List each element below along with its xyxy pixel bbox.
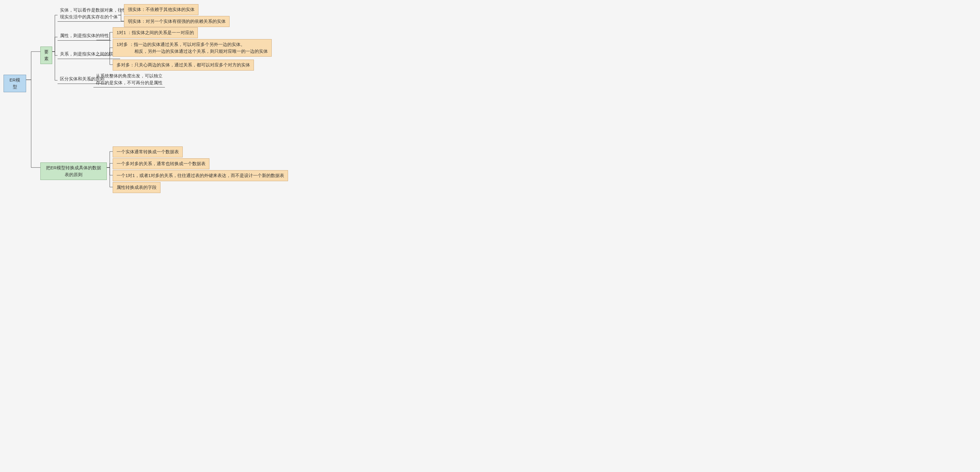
leaf-rule-2[interactable]: 一个多对多的关系，通常也转换成一个数据表 <box>113 158 209 169</box>
leaf-one-to-many[interactable]: 1对多 ：指一边的实体通过关系，可以对应多个另外一边的实体。 相反，另外一边的实… <box>113 39 272 57</box>
node-elements[interactable]: 要素 <box>40 46 52 64</box>
leaf-rule-1[interactable]: 一个实体通常转换成一个数据表 <box>113 146 183 157</box>
leaf-rule-4[interactable]: 属性转换成表的字段 <box>113 182 161 193</box>
attribute-desc[interactable]: 属性，则是指实体的特性 <box>57 31 111 41</box>
leaf-many-to-many[interactable]: 多对多：只关心两边的实体，通过关系，都可以对应多个对方的实体 <box>113 60 254 71</box>
distinguish-desc[interactable]: 从系统整体的角度出发，可以独立 存在的是实体，不可再分的是属性 <box>94 72 165 87</box>
leaf-rule-3[interactable]: 一个1对1，或者1对多的关系，往往通过表的外键来表达，而不是设计一个新的数据表 <box>113 170 288 181</box>
leaf-one-to-one[interactable]: 1对1 ：指实体之间的关系是一一对应的 <box>113 27 198 38</box>
root-node[interactable]: ER模型 <box>3 75 26 92</box>
relation-desc[interactable]: 关系，则是指实体之间的联系 <box>57 49 120 59</box>
leaf-weak-entity[interactable]: 弱实体：对另一个实体有很强的的依赖关系的实体 <box>124 16 229 27</box>
node-conversion[interactable]: 把ER模型转换成具体的数据表的原则 <box>40 162 107 180</box>
leaf-strong-entity[interactable]: 强实体：不依赖于其他实体的实体 <box>124 4 199 15</box>
